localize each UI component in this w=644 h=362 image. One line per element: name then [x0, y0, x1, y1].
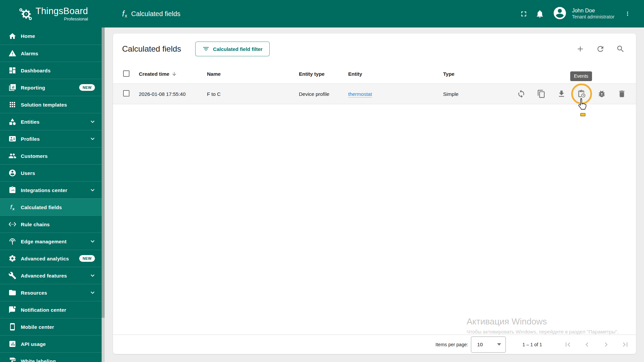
advanced-features-icon — [8, 272, 16, 280]
more-vert-icon — [624, 10, 632, 18]
sidebar-item-reporting[interactable]: ReportingNEW — [0, 79, 102, 96]
entity-link[interactable]: thermostat — [348, 91, 372, 98]
sidebar-item-calculated-fields[interactable]: fxCalculated fields — [0, 198, 102, 216]
sidebar-item-label: Users — [21, 170, 35, 176]
chevron-down-icon — [89, 186, 96, 194]
add-calculated-field-button[interactable] — [574, 42, 587, 56]
chevron-down-icon — [89, 135, 96, 142]
users-icon — [8, 169, 16, 177]
more-menu-button[interactable] — [623, 6, 632, 22]
sidebar-item-label: Resources — [21, 290, 47, 296]
items-per-page-select[interactable]: 10 — [471, 337, 506, 353]
sidebar-item-home[interactable]: Home — [0, 27, 102, 45]
sidebar-item-customers[interactable]: Customers — [0, 147, 102, 164]
sidebar-item-advanced-features[interactable]: Advanced features — [0, 267, 102, 284]
select-all-checkbox[interactable] — [123, 70, 129, 77]
sidebar-item-resources[interactable]: Resources — [0, 284, 102, 301]
sidebar-item-label: Advanced analytics — [21, 256, 69, 261]
advanced-analytics-icon — [8, 254, 16, 262]
column-header-entity[interactable]: Entity — [348, 71, 443, 77]
sidebar-item-dashboards[interactable]: Dashboards — [0, 62, 102, 79]
sidebar-item-alarms[interactable]: Alarms — [0, 45, 102, 62]
calculated-field-filter-button[interactable]: Calculated field filter — [195, 42, 270, 56]
alarms-icon — [8, 49, 16, 57]
sidebar-item-advanced-analytics[interactable]: Advanced analyticsNEW — [0, 250, 102, 267]
reporting-icon — [8, 83, 16, 92]
entities-icon — [8, 118, 16, 126]
delete-action-button[interactable] — [615, 87, 629, 101]
last-page-icon — [621, 340, 630, 349]
delete-icon — [618, 89, 626, 98]
reprocess-action-button[interactable] — [515, 87, 528, 101]
resources-icon — [8, 289, 16, 297]
pagination-bar: Items per page: 10 1 – 1 of 1 — [113, 335, 636, 354]
api-usage-icon — [8, 340, 16, 348]
chevron-right-icon — [602, 340, 610, 349]
items-per-page-value: 10 — [477, 342, 483, 347]
filter-icon — [202, 45, 210, 53]
sidebar-item-label: Reporting — [21, 85, 45, 90]
sidebar-item-integrations-center[interactable]: Integrations center — [0, 181, 102, 198]
last-page-button[interactable] — [619, 338, 632, 351]
row-entity-type: Device profile — [299, 91, 348, 97]
first-page-button[interactable] — [561, 338, 575, 351]
column-header-entity-type[interactable]: Entity type — [299, 71, 348, 77]
notifications-button[interactable] — [532, 6, 548, 22]
next-page-button[interactable] — [599, 338, 613, 351]
sidebar-item-white-labeling[interactable]: White labeling — [0, 352, 102, 362]
sidebar-scrollbar[interactable] — [102, 27, 105, 362]
refresh-button[interactable] — [594, 42, 607, 56]
user-menu[interactable]: John Doe Tenant administrator — [572, 7, 614, 20]
thingsboard-logo[interactable]: ThingsBoard Professional — [0, 6, 105, 21]
sidebar-item-users[interactable]: Users — [0, 164, 102, 181]
page-header-title: Calculated fields — [131, 10, 180, 18]
sidebar-item-rule-chains[interactable]: Rule chains — [0, 216, 102, 233]
brand-name: ThingsBoard — [36, 7, 88, 16]
row-name: F to C — [207, 91, 299, 97]
sidebar-item-edge-management[interactable]: Edge management — [0, 233, 102, 250]
screen: ThingsBoard Professional fx Calculated f… — [0, 0, 644, 362]
sidebar-item-label: Advanced features — [21, 273, 67, 279]
events-tooltip: Events — [570, 71, 592, 81]
plus-icon — [576, 45, 585, 53]
previous-page-button[interactable] — [580, 338, 594, 351]
download-icon — [557, 89, 566, 98]
pagination-range-label: 1 – 1 of 1 — [523, 342, 542, 347]
table-row[interactable]: 2026-01-08 17:55:40 F to C Device profil… — [113, 84, 636, 104]
gear-logo-icon — [18, 6, 34, 21]
filter-button-label: Calculated field filter — [213, 46, 263, 52]
fullscreen-icon — [520, 10, 528, 18]
column-header-created-time[interactable]: Created time — [139, 71, 207, 77]
select-caret-icon — [497, 343, 501, 346]
debug-action-button[interactable] — [595, 87, 608, 101]
calculated-fields-fx-icon: fx — [122, 9, 127, 19]
bell-icon — [535, 9, 544, 18]
download-action-button[interactable] — [555, 87, 568, 101]
copy-action-button[interactable] — [535, 87, 548, 101]
sidebar-item-mobile-center[interactable]: Mobile center — [0, 318, 102, 335]
sidebar-item-solution-templates[interactable]: Solution templates — [0, 96, 102, 113]
sidebar-item-api-usage[interactable]: API usage — [0, 335, 102, 352]
sidebar-item-profiles[interactable]: Profiles — [0, 130, 102, 147]
column-header-name[interactable]: Name — [207, 71, 299, 77]
calculated-fields-icon: fx — [8, 203, 16, 211]
page-header: fx Calculated fields — [122, 9, 180, 19]
sidebar-item-label: Solution templates — [21, 102, 67, 108]
row-checkbox[interactable] — [123, 90, 129, 97]
search-button[interactable] — [614, 42, 627, 56]
column-header-type[interactable]: Type — [443, 71, 509, 77]
sidebar-item-label: API usage — [21, 341, 46, 347]
sidebar-item-label: Integrations center — [21, 187, 67, 193]
sidebar-item-label: Calculated fields — [21, 204, 62, 210]
sidebar-item-entities[interactable]: Entities — [0, 113, 102, 130]
sort-desc-arrow-icon — [171, 71, 177, 77]
events-action-button[interactable] — [575, 87, 588, 101]
user-avatar[interactable] — [552, 6, 567, 22]
sidebar-scrollbar-thumb[interactable] — [102, 27, 105, 318]
debug-icon — [597, 89, 606, 98]
sidebar-item-label: Entities — [21, 119, 40, 125]
customers-icon — [8, 152, 16, 160]
fullscreen-button[interactable] — [516, 6, 532, 22]
sidebar-item-notification-center[interactable]: Notification center — [0, 301, 102, 318]
sidebar-item-label: Notification center — [21, 307, 66, 313]
